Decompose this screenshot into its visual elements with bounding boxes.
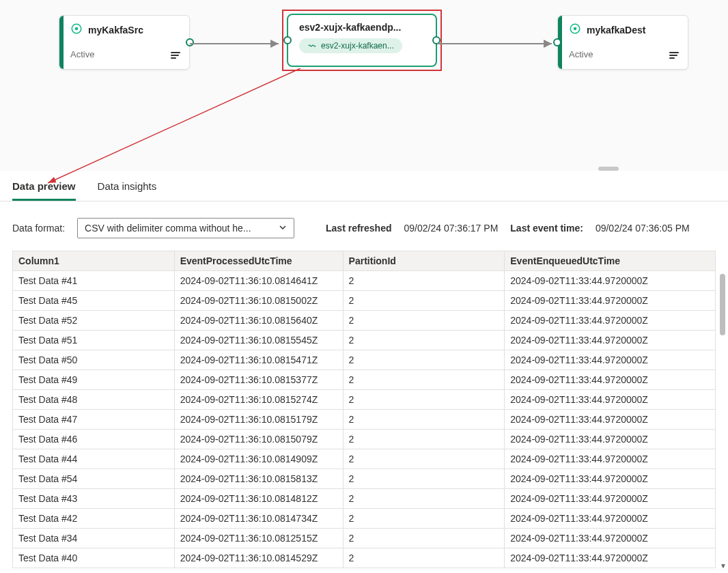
table-row[interactable]: Test Data #472024-09-02T11:36:10.0815179…	[13, 410, 716, 430]
table-row[interactable]: Test Data #492024-09-02T11:36:10.0815377…	[13, 370, 716, 390]
data-format-select[interactable]: CSV with delimiter comma without he...	[77, 218, 294, 238]
node-processor[interactable]: esv2-xujx-kafkaendp... esv2-xujx-kafkaen…	[287, 14, 437, 67]
table-row[interactable]: Test Data #452024-09-02T11:36:10.0815002…	[13, 291, 716, 311]
table-cell: Test Data #40	[13, 548, 175, 568]
table-cell: 2024-09-02T11:36:10.0814734Z	[174, 509, 343, 529]
table-row[interactable]: Test Data #402024-09-02T11:36:10.0814529…	[13, 548, 716, 568]
list-icon	[171, 52, 180, 59]
table-cell: Test Data #34	[13, 529, 175, 548]
processor-chip-label: esv2-xujx-kafkaen...	[321, 41, 394, 51]
table-cell: 2024-09-02T11:36:10.0814909Z	[174, 449, 343, 469]
table-cell: 2024-09-02T11:33:44.9720000Z	[505, 291, 716, 311]
table-cell: 2024-09-02T11:36:10.0815274Z	[174, 390, 343, 410]
table-cell: 2	[343, 469, 505, 489]
processor-chip[interactable]: esv2-xujx-kafkaen...	[299, 38, 402, 53]
table-cell: 2024-09-02T11:36:10.0814641Z	[174, 271, 343, 291]
stream-icon	[307, 41, 317, 51]
tab-data-insights[interactable]: Data insights	[98, 180, 157, 201]
table-cell: Test Data #42	[13, 509, 175, 529]
port-input[interactable]	[553, 38, 561, 46]
list-icon	[669, 52, 679, 59]
col-header[interactable]: Column1	[13, 251, 175, 271]
node-processor-title: esv2-xujx-kafkaendp...	[299, 22, 425, 33]
table-cell: Test Data #47	[13, 410, 175, 430]
last-event-label: Last event time:	[510, 223, 583, 234]
table-cell: 2024-09-02T11:36:10.0815471Z	[174, 350, 343, 370]
table-row[interactable]: Test Data #462024-09-02T11:36:10.0815079…	[13, 430, 716, 449]
table-cell: 2024-09-02T11:33:44.9720000Z	[505, 311, 716, 331]
table-cell: 2	[343, 370, 505, 390]
table-cell: 2	[343, 489, 505, 509]
port-output[interactable]	[186, 38, 194, 46]
table-cell: 2	[343, 449, 505, 469]
table-cell: 2024-09-02T11:33:44.9720000Z	[505, 271, 716, 291]
table-cell: 2	[343, 390, 505, 410]
table-cell: Test Data #49	[13, 370, 175, 390]
table-cell: Test Data #51	[13, 331, 175, 350]
table-cell: 2024-09-02T11:33:44.9720000Z	[505, 548, 716, 568]
table-cell: 2024-09-02T11:33:44.9720000Z	[505, 529, 716, 548]
scrollbar-thumb[interactable]	[720, 274, 725, 335]
table-cell: 2024-09-02T11:36:10.0815640Z	[174, 311, 343, 331]
col-header[interactable]: EventEnqueuedUtcTime	[505, 251, 716, 271]
edge-source-to-processor	[190, 38, 284, 52]
port-output[interactable]	[432, 36, 440, 44]
node-destination-more-button[interactable]	[667, 48, 681, 62]
table-scrollbar[interactable]: ▼	[720, 274, 727, 568]
table-cell: 2024-09-02T11:33:44.9720000Z	[505, 390, 716, 410]
table-row[interactable]: Test Data #342024-09-02T11:36:10.0812515…	[13, 529, 716, 548]
scroll-down-icon[interactable]: ▼	[720, 562, 727, 568]
table-cell: 2024-09-02T11:33:44.9720000Z	[505, 449, 716, 469]
last-event-value: 09/02/24 07:36:05 PM	[596, 223, 690, 234]
table-cell: 2024-09-02T11:36:10.0815545Z	[174, 331, 343, 350]
col-header[interactable]: EventProcessedUtcTime	[174, 251, 343, 271]
table-cell: Test Data #54	[13, 469, 175, 489]
table-row[interactable]: Test Data #502024-09-02T11:36:10.0815471…	[13, 350, 716, 370]
port-input[interactable]	[283, 36, 292, 44]
table-cell: 2	[343, 350, 505, 370]
table-row[interactable]: Test Data #442024-09-02T11:36:10.0814909…	[13, 449, 716, 469]
table-cell: Test Data #48	[13, 390, 175, 410]
node-destination-status: Active	[569, 49, 680, 59]
table-row[interactable]: Test Data #542024-09-02T11:36:10.0815813…	[13, 469, 716, 489]
table-row[interactable]: Test Data #482024-09-02T11:36:10.0815274…	[13, 390, 716, 410]
table-header-row: Column1 EventProcessedUtcTime PartitionI…	[13, 251, 716, 271]
table-cell: 2	[343, 271, 505, 291]
table-cell: 2024-09-02T11:36:10.0814529Z	[174, 548, 343, 568]
node-source-status: Active	[70, 49, 181, 59]
preview-controls: Data format: CSV with delimiter comma wi…	[0, 201, 728, 251]
table-cell: 2024-09-02T11:33:44.9720000Z	[505, 489, 716, 509]
table-cell: 2024-09-02T11:36:10.0815813Z	[174, 469, 343, 489]
panel-resize-handle[interactable]	[598, 167, 619, 171]
svg-point-1	[75, 27, 79, 31]
table-cell: 2	[343, 509, 505, 529]
table-cell: 2024-09-02T11:33:44.9720000Z	[505, 370, 716, 390]
table-cell: 2024-09-02T11:36:10.0815179Z	[174, 410, 343, 430]
svg-line-6	[48, 68, 300, 183]
table-row[interactable]: Test Data #422024-09-02T11:36:10.0814734…	[13, 509, 716, 529]
col-header[interactable]: PartitionId	[343, 251, 505, 271]
svg-point-5	[574, 27, 577, 31]
preview-tabs: Data preview Data insights	[0, 171, 728, 201]
table-cell: 2024-09-02T11:36:10.0814812Z	[174, 489, 343, 509]
table-cell: 2024-09-02T11:36:10.0815377Z	[174, 370, 343, 390]
table-row[interactable]: Test Data #512024-09-02T11:36:10.0815545…	[13, 331, 716, 350]
table-row[interactable]: Test Data #432024-09-02T11:36:10.0814812…	[13, 489, 716, 509]
kafka-icon	[569, 23, 581, 37]
pipeline-canvas[interactable]: myKakfaSrc Active esv2-xujx-kafkaendp...…	[0, 0, 728, 171]
table-cell: Test Data #45	[13, 291, 175, 311]
table-cell: Test Data #46	[13, 430, 175, 449]
table-row[interactable]: Test Data #522024-09-02T11:36:10.0815640…	[13, 311, 716, 331]
node-destination[interactable]: mykafkaDest Active	[557, 15, 688, 70]
table-row[interactable]: Test Data #412024-09-02T11:36:10.0814641…	[13, 271, 716, 291]
table-cell: 2024-09-02T11:36:10.0815079Z	[174, 430, 343, 449]
tab-data-preview[interactable]: Data preview	[12, 180, 76, 201]
table-cell: 2	[343, 410, 505, 430]
node-source-more-button[interactable]	[169, 48, 182, 62]
node-source[interactable]: myKakfaSrc Active	[59, 15, 190, 70]
node-source-title: myKakfaSrc	[88, 25, 143, 36]
table-cell: 2	[343, 430, 505, 449]
table-cell: 2	[343, 311, 505, 331]
table-cell: 2024-09-02T11:33:44.9720000Z	[505, 331, 716, 350]
table-cell: 2024-09-02T11:33:44.9720000Z	[505, 350, 716, 370]
